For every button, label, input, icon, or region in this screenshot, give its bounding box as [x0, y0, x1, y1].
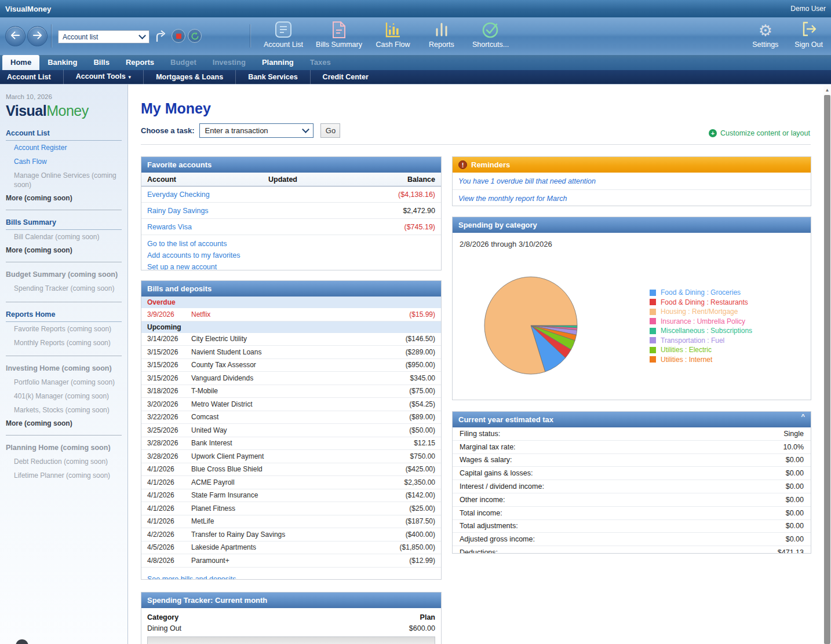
tab-reports[interactable]: Reports [118, 55, 162, 70]
sidebar-section-title[interactable]: Bills Summary [6, 217, 122, 230]
account-row: Rainy Day Savings$2,472.90 [141, 203, 441, 219]
sidebar-divider [6, 262, 122, 262]
gear-icon: ⚙ [759, 22, 772, 39]
collapse-icon[interactable]: ^ [801, 413, 805, 420]
scroll-up-button[interactable]: ▲ [823, 86, 831, 94]
legend-item-utilities-electric: Utilities : Electric [650, 345, 752, 355]
sidebar-section-budget-summary-coming-soon: Budget Summary (coming soon)Spending Tra… [6, 269, 122, 295]
subnav-item-account-tools[interactable]: Account Tools▾ [63, 69, 143, 85]
account-balance: ($745.19) [361, 223, 435, 231]
bill-amount: $12.15 [414, 439, 435, 447]
signout-button[interactable]: Sign Out [794, 20, 823, 49]
tab-home[interactable]: Home [2, 55, 39, 70]
forward-button[interactable] [27, 26, 48, 46]
customize-link[interactable]: + Customize content or layout [709, 129, 810, 137]
legend-item-utilities-internet: Utilities : Internet [650, 355, 752, 365]
account-name-link[interactable]: Rewards Visa [147, 223, 268, 231]
tax-row-total-adjustments: Total adjustments:$0.00 [453, 520, 811, 533]
sidebar-item-cash-flow[interactable]: Cash Flow [6, 155, 122, 169]
bill-row: 4/1/2026MetLife($187.50) [141, 515, 441, 529]
go-to-the-list-of-accounts-link[interactable]: Go to the list of accounts [147, 238, 435, 250]
subnav-item-credit-center[interactable]: Credit Center [310, 70, 381, 85]
tax-value: $0.00 [786, 456, 804, 464]
sync-icon[interactable] [188, 29, 202, 43]
settings-button[interactable]: ⚙ Settings [752, 20, 778, 49]
tab-budget: Budget [162, 55, 205, 70]
scrollbar-thumb[interactable] [824, 95, 830, 644]
bill-date: 4/2/2026 [147, 530, 183, 539]
add-accounts-to-my-favorites-link[interactable]: Add accounts to my favorites [147, 250, 435, 261]
bill-amount: ($75.00) [409, 387, 435, 395]
sidebar-section-bills-summary: Bills SummaryBill Calendar (coming soon)… [6, 217, 122, 255]
quickbar-label: Account List [264, 41, 303, 49]
tax-label: Adjusted gross income: [460, 535, 535, 543]
sidebar-divider [6, 302, 122, 302]
quickbar-account-list-button[interactable]: Account List [257, 20, 309, 49]
tax-row-deductions: Deductions:$471.13 [453, 546, 811, 554]
reports-icon [434, 20, 449, 39]
bill-date: 3/22/2026 [147, 413, 183, 421]
bill-date: 3/15/2026 [147, 374, 183, 382]
sidebar-more-link[interactable]: More (coming soon) [6, 417, 122, 429]
tax-label: Wages & salary: [460, 456, 512, 464]
tax-row-marginal-tax-rate: Marginal tax rate:10.0% [453, 441, 811, 454]
app-logo: VisualMoney [6, 103, 122, 119]
tax-value: $0.00 [786, 469, 804, 477]
sidebar-section-title: Investing Home (coming soon) [6, 363, 122, 375]
account-name-link[interactable]: Everyday Checking [147, 191, 268, 199]
nav-select[interactable]: Account list [58, 30, 150, 43]
bill-payee: Metro Water District [191, 400, 401, 408]
user-name: Demo User [790, 5, 826, 13]
go-button[interactable]: Go [320, 123, 340, 138]
jump-icon[interactable] [154, 30, 167, 43]
col-balance: Balance [361, 175, 435, 184]
subnav-item-bank-services[interactable]: Bank Services [235, 70, 309, 85]
sidebar-more-link[interactable]: More (coming soon) [6, 192, 122, 203]
tax-row-wages-salary: Wages & salary:$0.00 [453, 454, 811, 467]
bill-row: 3/9/2026Netflix($15.99) [141, 308, 441, 321]
tracker-row: Dining Out$600.00 [141, 623, 441, 636]
sidebar-section-title[interactable]: Account List [6, 127, 122, 141]
tax-label: Deductions: [460, 548, 498, 554]
account-name-link[interactable]: Rainy Day Savings [147, 207, 268, 215]
see-more-bills-link[interactable]: See more bills and deposits [141, 568, 441, 580]
quickbar-label: Bills Summary [316, 41, 362, 49]
set-up-a-new-account-link[interactable]: Set up a new account [147, 261, 435, 270]
tax-row-adjusted-gross-income: Adjusted gross income:$0.00 [453, 533, 811, 546]
sidebar-more-link[interactable]: More (coming soon) [6, 244, 122, 255]
shortcuts-icon [481, 20, 501, 39]
record-icon[interactable] [172, 29, 185, 43]
tab-banking[interactable]: Banking [39, 55, 85, 70]
sidebar-item-lifetime-planner-coming-soon: Lifetime Planner (coming soon) [6, 469, 122, 482]
subnav-label: Credit Center [323, 73, 369, 81]
settings-label: Settings [752, 41, 778, 49]
task-row: Choose a task: Enter a transaction Go [141, 123, 340, 138]
toolbar-divider [51, 24, 52, 47]
tax-value: $471.13 [778, 548, 804, 554]
subnav-item-mortgages-loans[interactable]: Mortgages & Loans [143, 70, 235, 85]
customize-label: Customize content or layout [720, 129, 810, 137]
col-plan: Plan [420, 613, 435, 621]
back-arrow-icon [10, 31, 20, 42]
quickbar-bills-summary-button[interactable]: Bills Summary [309, 20, 369, 49]
bill-payee: Lakeside Apartments [191, 543, 392, 551]
bill-date: 3/14/2026 [147, 335, 183, 343]
quickbar-shortcuts-button[interactable]: Shortcuts... [466, 20, 515, 49]
reminder-link[interactable]: You have 1 overdue bill that need attent… [453, 173, 811, 190]
sidebar-section-title[interactable]: Reports Home [6, 309, 122, 322]
tax-label: Total adjustments: [460, 522, 518, 530]
toolbar: Account list Account ListBills SummaryCa… [0, 17, 831, 55]
tab-bills[interactable]: Bills [85, 55, 117, 70]
logo-secondary: Money [46, 103, 89, 119]
sidebar-item-account-register[interactable]: Account Register [6, 141, 122, 155]
tax-row-capital-gains-losses: Capital gains & losses:$0.00 [453, 467, 811, 480]
reminder-link[interactable]: View the monthly report for March [453, 190, 811, 206]
tab-planning[interactable]: Planning [254, 55, 302, 70]
bill-row: 3/28/2026Bank Interest$12.15 [141, 437, 441, 451]
legend-item-miscellaneous-subscriptions: Miscellaneous : Subscriptions [650, 326, 752, 336]
quickbar-reports-button[interactable]: Reports [417, 20, 466, 49]
quickbar-cash-flow-button[interactable]: Cash Flow [369, 20, 417, 49]
back-button[interactable] [5, 26, 25, 46]
subnav-item-account-list[interactable]: Account List [7, 70, 63, 85]
task-select[interactable]: Enter a transaction [199, 123, 314, 138]
